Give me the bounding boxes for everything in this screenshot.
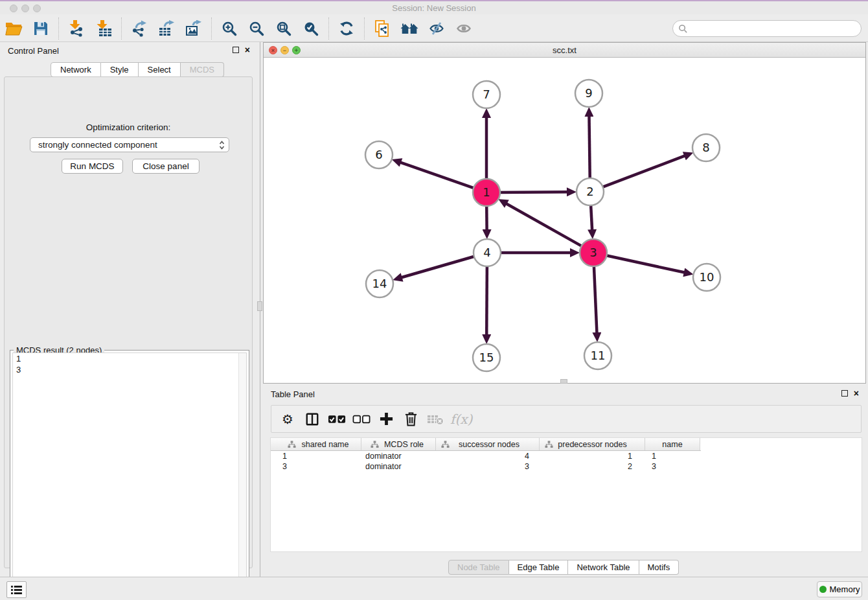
- tab-style[interactable]: Style: [101, 62, 139, 77]
- control-panel-header: Control Panel ×: [0, 42, 257, 60]
- toolbar-separator: [211, 17, 212, 40]
- graph-edge-1-6[interactable]: [400, 163, 475, 189]
- import-network-button[interactable]: [67, 19, 86, 38]
- close-table-panel-icon[interactable]: ×: [854, 390, 859, 397]
- function-builder-button[interactable]: f(x): [450, 409, 472, 430]
- splitter-grip[interactable]: [257, 301, 262, 311]
- column-header-name[interactable]: name: [645, 438, 700, 450]
- close-panel-button[interactable]: Close panel: [132, 159, 200, 174]
- horizontal-splitter-grip[interactable]: [560, 379, 567, 384]
- add-row-button[interactable]: [376, 409, 396, 430]
- preview-button[interactable]: [454, 19, 474, 38]
- export-network-button[interactable]: [130, 19, 149, 38]
- tab-network[interactable]: Network: [51, 62, 101, 77]
- zoom-fit-icon: [276, 21, 291, 36]
- network-from-file-button[interactable]: [372, 19, 392, 38]
- float-panel-icon[interactable]: [233, 47, 239, 53]
- criterion-select[interactable]: strongly connected component: [30, 137, 229, 152]
- table-settings-button[interactable]: ⚙: [278, 409, 297, 430]
- home-button[interactable]: [400, 19, 419, 38]
- tree-icon: [371, 441, 379, 448]
- column-header-mcds-role[interactable]: MCDS role: [361, 438, 436, 450]
- search-input[interactable]: [691, 22, 861, 35]
- optimization-criterion-label: Optimization criterion:: [5, 122, 252, 132]
- select-all-button[interactable]: [327, 409, 347, 430]
- zoom-in-icon: [222, 21, 237, 36]
- float-table-panel-icon[interactable]: [841, 390, 848, 397]
- import-table-button[interactable]: [94, 19, 113, 38]
- table-row[interactable]: 3 dominator 3 2 3: [271, 461, 862, 472]
- tab-edge-table[interactable]: Edge Table: [509, 560, 569, 575]
- control-panel-tabs: Network Style Select MCDS: [51, 62, 224, 77]
- graph-edge-3-11[interactable]: [594, 264, 597, 333]
- zoom-out-button[interactable]: [247, 19, 266, 38]
- select-stepper-icon: [219, 140, 225, 150]
- criterion-selected-value: strongly connected component: [38, 140, 219, 150]
- mcds-tab-panel: Optimization criterion: strongly connect…: [4, 76, 253, 568]
- graph-edge-4-14[interactable]: [402, 256, 476, 277]
- tab-motifs[interactable]: Motifs: [639, 560, 680, 575]
- mcds-result-list[interactable]: 1 3: [12, 352, 247, 596]
- eye-slash-icon: [429, 21, 444, 36]
- network-window-title: scc.txt: [264, 45, 865, 55]
- home-icon: [400, 21, 419, 36]
- search-field[interactable]: [672, 20, 862, 37]
- show-hide-panels-button[interactable]: [427, 19, 446, 38]
- tab-node-table[interactable]: Node Table: [448, 560, 509, 575]
- table-row[interactable]: 1 dominator 4 1 1: [271, 451, 862, 461]
- column-header-shared-name[interactable]: shared name: [271, 438, 361, 450]
- export-table-icon: [158, 20, 176, 37]
- save-session-button[interactable]: [31, 19, 51, 38]
- network-canvas[interactable]: 7968124314101511: [264, 58, 865, 383]
- close-panel-icon[interactable]: ×: [245, 47, 250, 53]
- tab-network-table[interactable]: Network Table: [568, 560, 639, 575]
- control-panel-title: Control Panel: [8, 46, 59, 56]
- graph-edge-2-8[interactable]: [601, 156, 685, 187]
- column-header-successor-nodes[interactable]: successor nodes: [436, 438, 540, 450]
- graph-edge-3-1[interactable]: [506, 203, 583, 247]
- vertical-splitter[interactable]: [257, 42, 263, 577]
- run-mcds-button[interactable]: Run MCDS: [62, 159, 123, 174]
- import-network-icon: [68, 20, 85, 37]
- import-table-icon: [95, 20, 112, 37]
- eye-icon: [456, 21, 472, 36]
- workspace: × − + scc.txt 7968124314101511: [263, 42, 868, 577]
- main-toolbar: [0, 16, 868, 42]
- zoom-in-button[interactable]: [220, 19, 239, 38]
- tab-mcds[interactable]: MCDS: [181, 62, 224, 77]
- table-panel-title: Table Panel: [271, 389, 315, 399]
- list-icon: [10, 585, 23, 595]
- network-graph[interactable]: 7968124314101511: [264, 58, 865, 383]
- graph-edge-2-3[interactable]: [591, 203, 592, 230]
- task-history-button[interactable]: [6, 581, 27, 598]
- memory-status-icon: [819, 586, 827, 593]
- result-scrollbar[interactable]: [238, 353, 246, 595]
- delete-table-button[interactable]: [426, 409, 445, 430]
- mcds-result-box: MCDS result (2 nodes) 1 3: [10, 350, 249, 599]
- zoom-selected-button[interactable]: [301, 19, 321, 38]
- checked-boxes-icon: [328, 414, 347, 424]
- graph-node-label-4: 4: [483, 246, 490, 259]
- graph-edge-3-10[interactable]: [605, 255, 685, 273]
- tree-icon: [288, 441, 296, 448]
- delete-row-button[interactable]: [401, 409, 420, 430]
- column-header-predecessor-nodes[interactable]: predecessor nodes: [540, 438, 645, 450]
- graph-node-label-2: 2: [586, 185, 593, 198]
- export-table-button[interactable]: [157, 19, 176, 38]
- status-bar: Memory: [0, 577, 868, 600]
- export-image-button[interactable]: [184, 19, 203, 38]
- refresh-network-button[interactable]: [337, 19, 356, 38]
- memory-button[interactable]: Memory: [817, 581, 862, 597]
- deselect-all-button[interactable]: [352, 409, 371, 430]
- graph-node-label-14: 14: [372, 277, 387, 290]
- graph-edge-1-2[interactable]: [498, 192, 567, 192]
- graph-edge-4-15[interactable]: [486, 264, 487, 335]
- graph-edge-2-9[interactable]: [589, 116, 589, 180]
- tab-select[interactable]: Select: [139, 62, 181, 77]
- network-window-titlebar[interactable]: × − + scc.txt: [264, 43, 865, 58]
- open-session-button[interactable]: [4, 19, 23, 38]
- show-columns-button[interactable]: [303, 409, 322, 430]
- title-bar: Session: New Session: [0, 0, 868, 14]
- graph-node-label-11: 11: [591, 349, 606, 362]
- zoom-fit-button[interactable]: [274, 19, 293, 38]
